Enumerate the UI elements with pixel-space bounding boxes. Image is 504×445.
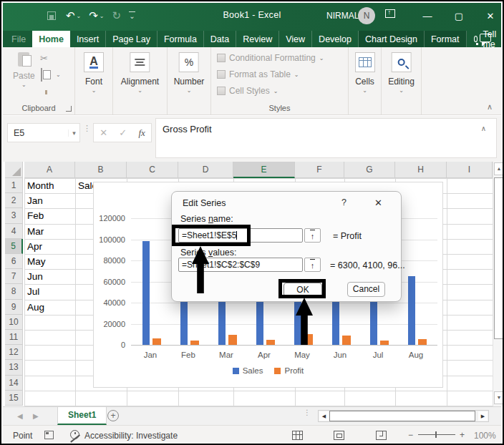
maximize-button[interactable]: ▢ bbox=[448, 9, 470, 24]
dialog-help-icon[interactable]: ? bbox=[341, 197, 346, 207]
formula-bar-expand-icon[interactable]: ∧ bbox=[481, 124, 486, 132]
ribbon-tab-view[interactable]: View bbox=[279, 31, 312, 47]
column-header-A[interactable]: A bbox=[24, 162, 75, 178]
accessibility-status[interactable]: Accessibility: Investigate bbox=[84, 431, 178, 441]
macro-record-icon[interactable] bbox=[44, 431, 54, 439]
sales-bar-Jun[interactable] bbox=[332, 298, 339, 345]
page-layout-view-icon[interactable] bbox=[334, 431, 344, 440]
profit-bar-Aug[interactable] bbox=[418, 339, 427, 345]
row-header-13[interactable]: 13 bbox=[5, 360, 23, 375]
series-name-range-selector-button[interactable]: ↑ bbox=[304, 228, 321, 243]
ribbon-tab-insert[interactable]: Insert bbox=[70, 31, 106, 47]
name-box-dropdown-icon[interactable]: ▾ bbox=[68, 129, 79, 137]
ribbon-tab-data[interactable]: Data bbox=[204, 31, 236, 47]
font-button[interactable]: A Font ⌄ bbox=[84, 52, 104, 94]
profit-bar-Apr[interactable] bbox=[266, 340, 275, 345]
profit-bar-Feb[interactable] bbox=[190, 341, 199, 345]
row-header-1[interactable]: 1 bbox=[5, 178, 23, 193]
column-header-B[interactable]: B bbox=[75, 162, 127, 178]
cut-icon[interactable]: ✂ bbox=[40, 53, 48, 64]
new-sheet-button[interactable]: + bbox=[107, 410, 119, 421]
page-break-view-icon[interactable] bbox=[376, 431, 387, 440]
prev-sheet-icon[interactable]: ◀ bbox=[17, 412, 23, 420]
column-header-H[interactable]: H bbox=[395, 162, 447, 178]
row-header-12[interactable]: 12 bbox=[5, 345, 23, 360]
column-header-I[interactable]: I bbox=[447, 162, 493, 178]
cell-A9[interactable]: Aug bbox=[24, 300, 75, 315]
profit-bar-Jan[interactable] bbox=[152, 338, 161, 345]
cancel-button[interactable]: Cancel bbox=[347, 282, 385, 297]
ribbon-tab-home[interactable]: Home bbox=[32, 31, 70, 47]
profit-bar-Jun[interactable] bbox=[342, 336, 351, 345]
scroll-up-icon[interactable]: ▲ bbox=[494, 162, 504, 175]
ribbon-display-options-icon[interactable] bbox=[385, 9, 395, 18]
cell-A8[interactable]: Jul bbox=[24, 284, 75, 299]
ribbon-tab-formula[interactable]: Formula bbox=[158, 31, 204, 47]
column-header-E[interactable]: E bbox=[233, 162, 295, 178]
scrollbar-resize-dots[interactable]: ⋮ bbox=[304, 411, 311, 414]
row-header-9[interactable]: 9 bbox=[5, 300, 23, 315]
next-sheet-icon[interactable]: ▶ bbox=[33, 412, 39, 420]
sales-bar-May[interactable] bbox=[294, 298, 301, 345]
sales-bar-Jan[interactable] bbox=[142, 241, 150, 345]
ribbon-tab-review[interactable]: Review bbox=[236, 31, 279, 47]
paste-button[interactable]: Paste ⌄ bbox=[13, 52, 35, 88]
format-as-table-button[interactable]: Format as Table⌄ bbox=[217, 69, 348, 79]
cells-button[interactable]: Cells ⌄ bbox=[355, 52, 375, 94]
zoom-in-icon[interactable]: + bbox=[460, 430, 465, 440]
zoom-out-icon[interactable]: − bbox=[408, 430, 413, 440]
series-values-range-selector-button[interactable]: ↑ bbox=[304, 258, 321, 272]
row-header-8[interactable]: 8 bbox=[5, 284, 23, 299]
dialog-close-icon[interactable]: ✕ bbox=[374, 197, 382, 208]
alignment-button[interactable]: Alignment ⌄ bbox=[121, 52, 159, 94]
copy-icon[interactable] bbox=[41, 68, 42, 82]
row-header-4[interactable]: 4 bbox=[5, 224, 23, 239]
scroll-right-icon[interactable]: ▶ bbox=[478, 411, 488, 421]
cell-A2[interactable]: Jan bbox=[24, 193, 75, 208]
scroll-down-icon[interactable]: ▼ bbox=[494, 391, 504, 404]
row-header-10[interactable]: 10 bbox=[5, 315, 23, 330]
comment-icon[interactable] bbox=[480, 34, 491, 42]
zoom-level[interactable]: 100% bbox=[474, 431, 496, 441]
normal-view-icon[interactable] bbox=[292, 431, 303, 440]
formula-enter-icon[interactable]: ✓ bbox=[119, 127, 127, 138]
column-header-D[interactable]: D bbox=[178, 162, 233, 178]
scroll-left-icon[interactable]: ◀ bbox=[319, 411, 329, 421]
row-header-7[interactable]: 7 bbox=[5, 269, 23, 284]
copy-dropdown-icon[interactable]: ⌄ bbox=[56, 72, 61, 78]
sales-bar-Aug[interactable] bbox=[408, 276, 415, 345]
row-header-5[interactable]: 5 bbox=[5, 239, 23, 254]
name-box[interactable]: E5 ▾ bbox=[7, 123, 80, 142]
avatar[interactable]: N bbox=[358, 7, 375, 24]
row-header-3[interactable]: 3 bbox=[5, 208, 23, 223]
column-header-F[interactable]: F bbox=[295, 162, 344, 178]
account-name[interactable]: NIRMAL bbox=[326, 11, 359, 21]
column-header-C[interactable]: C bbox=[127, 162, 178, 178]
ribbon-tab-chart-design[interactable]: Chart Design bbox=[359, 31, 425, 47]
horizontal-scrollbar-thumb[interactable] bbox=[329, 411, 475, 421]
clipboard-dialog-launcher-icon[interactable] bbox=[66, 106, 72, 112]
sales-bar-Feb[interactable] bbox=[180, 298, 188, 345]
formula-bar-resize-dots[interactable]: ⋮ bbox=[83, 126, 91, 130]
column-header-G[interactable]: G bbox=[344, 162, 395, 178]
cell-A1[interactable]: Month bbox=[24, 178, 75, 193]
editing-button[interactable]: Editing ⌄ bbox=[388, 52, 415, 94]
sheet-tab-sheet1[interactable]: Sheet1 bbox=[57, 407, 107, 425]
cell-styles-button[interactable]: Cell Styles⌄ bbox=[217, 86, 348, 96]
ribbon-tab-format[interactable]: Format bbox=[425, 31, 467, 47]
ribbon-tab-develop[interactable]: Develop bbox=[312, 31, 359, 47]
cell-A6[interactable]: May bbox=[24, 254, 75, 269]
number-button[interactable]: % Number ⌄ bbox=[174, 52, 205, 94]
formula-input[interactable]: Gross Profit ∧ bbox=[155, 118, 497, 158]
sales-bar-Mar[interactable] bbox=[218, 298, 226, 345]
sales-bar-Jul[interactable] bbox=[370, 298, 377, 345]
row-header-14[interactable]: 14 bbox=[5, 376, 23, 391]
zoom-slider[interactable] bbox=[418, 434, 455, 435]
horizontal-scrollbar[interactable]: ◀ ▶ bbox=[318, 410, 489, 422]
cell-A4[interactable]: Mar bbox=[24, 224, 75, 239]
conditional-formatting-button[interactable]: Conditional Formatting⌄ bbox=[217, 53, 348, 63]
zoom-slider-thumb[interactable] bbox=[435, 431, 437, 438]
close-button[interactable]: ✕ bbox=[480, 9, 501, 24]
formula-cancel-icon[interactable]: ✕ bbox=[100, 127, 107, 138]
row-header-15[interactable]: 15 bbox=[5, 391, 23, 406]
